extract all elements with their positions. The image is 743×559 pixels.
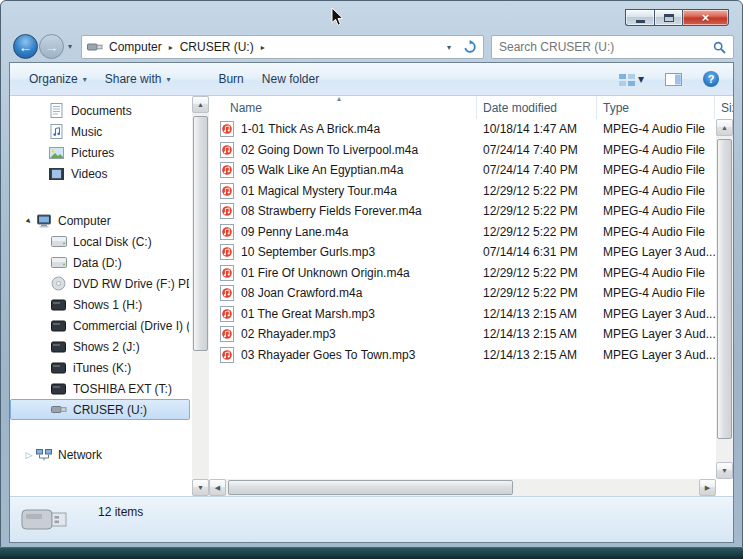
file-row[interactable]: 01 The Great Marsh.mp3 12/14/13 2:15 AM … bbox=[209, 304, 716, 325]
scroll-left-icon: ◀ bbox=[215, 484, 220, 492]
file-row[interactable]: 10 September Gurls.mp3 07/14/14 6:31 PM … bbox=[209, 242, 716, 263]
breadcrumb-current[interactable]: CRUSER (U:) bbox=[174, 37, 260, 57]
file-name: 02 Going Down To Liverpool.m4a bbox=[241, 143, 418, 157]
organize-button[interactable]: Organize ▾ bbox=[20, 67, 96, 91]
file-row[interactable]: 02 Going Down To Liverpool.m4a 07/24/14 … bbox=[209, 140, 716, 161]
audio-file-icon bbox=[220, 121, 234, 137]
file-row[interactable]: 08 Strawberry Fields Forever.m4a 12/29/1… bbox=[209, 201, 716, 222]
scrollbar-thumb[interactable] bbox=[193, 116, 208, 351]
scrollbar-thumb[interactable] bbox=[228, 480, 513, 495]
taskbar-edge bbox=[0, 548, 743, 559]
expander-icon[interactable]: ▷ bbox=[23, 450, 35, 460]
help-button[interactable]: ? bbox=[699, 68, 723, 90]
refresh-button[interactable] bbox=[457, 36, 483, 58]
scroll-up-icon: ▲ bbox=[197, 101, 204, 108]
sidebar-item-computer[interactable]: ▸ Computer bbox=[10, 210, 190, 231]
audio-file-icon bbox=[220, 183, 234, 199]
file-row[interactable]: 02 Rhayader.mp3 12/14/13 2:15 AM MPEG La… bbox=[209, 324, 716, 345]
horizontal-scrollbar[interactable]: ◀ ▶ bbox=[209, 479, 716, 496]
share-with-button[interactable]: Share with ▾ bbox=[96, 67, 180, 91]
new-folder-button[interactable]: New folder bbox=[253, 67, 328, 91]
scroll-up-button[interactable]: ▲ bbox=[716, 119, 733, 136]
close-button[interactable]: × bbox=[682, 9, 729, 26]
audio-file-icon bbox=[220, 224, 234, 240]
column-header-date-modified[interactable]: Date modified bbox=[477, 96, 597, 119]
sidebar-scrollbar[interactable]: ▲ ▼ bbox=[192, 96, 209, 496]
file-row[interactable]: 03 Rhayader Goes To Town.mp3 12/14/13 2:… bbox=[209, 345, 716, 366]
file-name: 08 Joan Crawford.m4a bbox=[241, 286, 362, 300]
search-icon[interactable] bbox=[713, 41, 726, 54]
file-type: MPEG-4 Audio File bbox=[597, 286, 715, 300]
sidebar-spacer bbox=[10, 184, 192, 210]
back-icon: ← bbox=[19, 40, 33, 54]
forward-button[interactable]: → bbox=[39, 34, 64, 59]
sidebar-item-label: Shows 1 (H:) bbox=[73, 298, 142, 312]
address-bar[interactable]: Computer ▸ CRUSER (U:) ▸ ▾ bbox=[81, 35, 484, 59]
sidebar-item-label: Documents bbox=[71, 104, 132, 118]
sidebar-item-itunes-k[interactable]: iTunes (K:) bbox=[10, 357, 190, 378]
column-header-type[interactable]: Type bbox=[597, 96, 715, 119]
file-row[interactable]: 08 Joan Crawford.m4a 12/29/12 5:22 PM MP… bbox=[209, 283, 716, 304]
file-row[interactable]: 1-01 Thick As A Brick.m4a 10/18/14 1:47 … bbox=[209, 119, 716, 140]
window-controls: × bbox=[625, 9, 729, 26]
file-date-modified: 07/14/14 6:31 PM bbox=[477, 245, 597, 259]
file-row[interactable]: 05 Walk Like An Egyptian.m4a 07/24/14 7:… bbox=[209, 160, 716, 181]
sidebar-item-pictures[interactable]: Pictures bbox=[10, 142, 190, 163]
column-header-size[interactable]: Size bbox=[715, 96, 733, 119]
sidebar-item-videos[interactable]: Videos bbox=[10, 163, 190, 184]
file-name: 05 Walk Like An Egyptian.m4a bbox=[241, 163, 403, 177]
scroll-down-button[interactable]: ▼ bbox=[192, 479, 209, 496]
mouse-cursor-icon bbox=[331, 7, 344, 27]
recent-pages-dropdown[interactable]: ▾ bbox=[68, 42, 72, 51]
file-name: 09 Penny Lane.m4a bbox=[241, 225, 348, 239]
scroll-up-button[interactable]: ▲ bbox=[192, 96, 209, 113]
sidebar-item-documents[interactable]: Documents bbox=[10, 100, 190, 121]
scroll-down-button[interactable]: ▼ bbox=[716, 462, 733, 479]
external-drive-icon bbox=[50, 362, 67, 374]
maximize-button[interactable] bbox=[654, 9, 682, 26]
scroll-left-button[interactable]: ◀ bbox=[209, 479, 226, 496]
sidebar-item-music[interactable]: Music bbox=[10, 121, 190, 142]
expander-icon[interactable]: ▸ bbox=[23, 216, 35, 226]
chevron-down-icon: ▾ bbox=[638, 72, 644, 86]
file-row[interactable]: 09 Penny Lane.m4a 12/29/12 5:22 PM MPEG-… bbox=[209, 222, 716, 243]
sidebar-item-label: Pictures bbox=[71, 146, 114, 160]
minimize-button[interactable] bbox=[625, 9, 654, 26]
file-list-scrollbar[interactable]: ▲ ▼ bbox=[716, 119, 733, 479]
column-headers: ▴ Name Date modified Type Size bbox=[209, 96, 733, 119]
file-date-modified: 12/29/12 5:22 PM bbox=[477, 184, 597, 198]
column-header-name[interactable]: ▴ Name bbox=[209, 96, 477, 119]
sidebar-item-cruser-u[interactable]: CRUSER (U:) bbox=[10, 399, 190, 420]
external-drive-icon bbox=[50, 383, 67, 395]
sidebar-item-commercial-i[interactable]: Commercial (Drive I) (I:) bbox=[10, 315, 190, 336]
sidebar-item-local-disk-c[interactable]: Local Disk (C:) bbox=[10, 231, 190, 252]
address-history-dropdown[interactable]: ▾ bbox=[441, 43, 457, 52]
sidebar-item-label: Data (D:) bbox=[73, 256, 122, 270]
sidebar-item-network[interactable]: ▷ Network bbox=[10, 444, 190, 465]
preview-pane-button[interactable] bbox=[661, 70, 686, 89]
file-type: MPEG-4 Audio File bbox=[597, 163, 715, 177]
back-button[interactable]: ← bbox=[13, 34, 38, 59]
burn-button[interactable]: Burn bbox=[209, 67, 252, 91]
file-name: 03 Rhayader Goes To Town.mp3 bbox=[241, 348, 415, 362]
breadcrumb-computer[interactable]: Computer bbox=[103, 37, 168, 57]
audio-file-icon bbox=[220, 306, 234, 322]
sidebar-item-shows1-h[interactable]: Shows 1 (H:) bbox=[10, 294, 190, 315]
file-row[interactable]: 01 Fire Of Unknown Origin.m4a 12/29/12 5… bbox=[209, 263, 716, 284]
scroll-down-icon: ▼ bbox=[721, 467, 728, 474]
search-input[interactable] bbox=[499, 40, 713, 54]
file-row[interactable]: 01 Magical Mystery Tour.m4a 12/29/12 5:2… bbox=[209, 181, 716, 202]
scroll-right-button[interactable]: ▶ bbox=[699, 479, 716, 496]
column-label: Date modified bbox=[483, 101, 557, 115]
file-type: MPEG Layer 3 Aud... bbox=[597, 348, 715, 362]
breadcrumb-separator-icon[interactable]: ▸ bbox=[260, 43, 266, 52]
sidebar-item-shows2-j[interactable]: Shows 2 (J:) bbox=[10, 336, 190, 357]
chevron-down-icon: ▾ bbox=[83, 75, 87, 84]
scrollbar-thumb[interactable] bbox=[717, 139, 732, 439]
change-view-button[interactable]: ▾ bbox=[615, 69, 648, 89]
sidebar-item-dvd-f[interactable]: DVD RW Drive (F:) PDT a bbox=[10, 273, 190, 294]
sidebar-item-toshiba-t[interactable]: TOSHIBA EXT (T:) bbox=[10, 378, 190, 399]
sidebar-item-data-d[interactable]: Data (D:) bbox=[10, 252, 190, 273]
file-type: MPEG-4 Audio File bbox=[597, 143, 715, 157]
sidebar-item-label: iTunes (K:) bbox=[73, 361, 131, 375]
